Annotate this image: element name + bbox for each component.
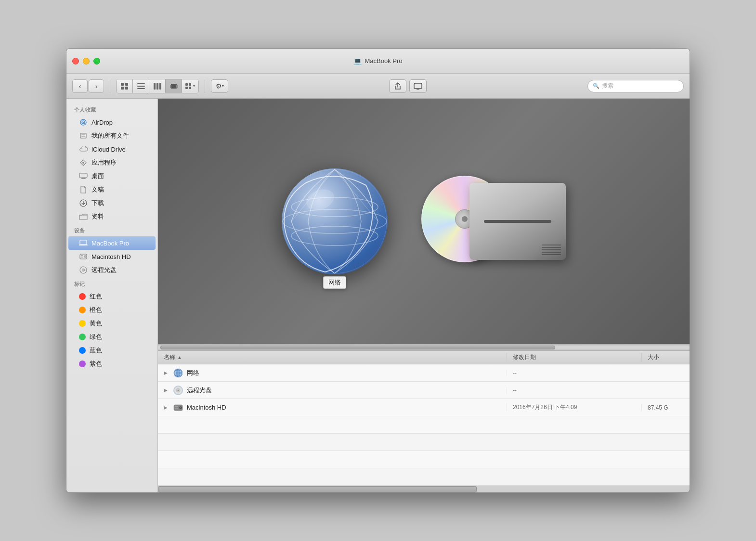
sidebar-section-tags: 标记	[66, 277, 157, 290]
column-name-header[interactable]: 名称 ▲	[158, 353, 507, 361]
network-row-date: --	[507, 370, 641, 376]
sidebar-item-icloud[interactable]: iCloud Drive	[68, 142, 156, 156]
airdrop-label: AirDrop	[91, 119, 113, 126]
sidebar-item-apps[interactable]: 应用程序	[68, 156, 156, 169]
network-file-icon	[173, 368, 183, 378]
macbook-icon	[79, 239, 88, 247]
sidebar-item-macbook[interactable]: MacBook Pro	[68, 236, 156, 250]
search-box[interactable]: 🔍 搜索	[587, 80, 684, 92]
docs-label: 文稿	[91, 185, 104, 194]
bottom-scroll-thumb[interactable]	[158, 486, 477, 492]
content-pane: 网络	[158, 99, 690, 492]
column-size-header[interactable]: 大小	[641, 353, 690, 361]
close-button[interactable]	[72, 58, 79, 64]
desktop-icon	[79, 172, 88, 180]
svg-rect-1	[125, 83, 128, 86]
svg-line-44	[335, 169, 378, 221]
globe-label: 网络	[323, 276, 346, 289]
preview-icons: 网络	[282, 168, 566, 274]
svg-rect-2	[121, 87, 124, 90]
data-folder-icon	[79, 212, 88, 221]
empty-row-2	[158, 434, 690, 451]
tag-purple-dot	[79, 361, 86, 367]
sidebar-item-tag-purple[interactable]: 紫色	[68, 357, 156, 371]
sidebar-item-desktop[interactable]: 桌面	[68, 169, 156, 183]
minimize-button[interactable]	[83, 58, 90, 64]
empty-row-4	[158, 468, 690, 486]
network-row-name: 网络	[187, 369, 199, 377]
drive-slot	[484, 220, 551, 223]
table-row[interactable]: ▶ 远程光盘 --	[158, 382, 690, 399]
sidebar-item-downloads[interactable]: 下载	[68, 196, 156, 210]
share-button[interactable]	[389, 79, 406, 93]
sidebar: 个人收藏 AirDrop	[66, 99, 158, 492]
list-view-button[interactable]	[133, 79, 149, 93]
list-view-icon	[137, 82, 145, 90]
toolbar: ‹ ›	[66, 74, 690, 99]
group-view-icon	[185, 83, 192, 89]
bottom-scrollbar[interactable]	[158, 486, 690, 492]
sidebar-item-airdrop[interactable]: AirDrop	[68, 116, 156, 129]
icloud-label: iCloud Drive	[91, 146, 126, 153]
table-row[interactable]: ▶ 网络 --	[158, 364, 690, 382]
drive-icon	[421, 168, 566, 274]
horizontal-scrollbar[interactable]	[158, 344, 690, 351]
downloads-icon	[79, 199, 88, 207]
sidebar-item-remote-disc[interactable]: 远程光盘	[68, 263, 156, 277]
empty-row-1	[158, 416, 690, 434]
svg-rect-3	[125, 87, 128, 90]
macintosh-hd-row-size: 87.45 G	[641, 404, 690, 411]
svg-rect-25	[79, 173, 87, 178]
expand-toggle-network[interactable]: ▶	[162, 369, 169, 377]
name-column-label: 名称	[164, 353, 175, 361]
group-view-button[interactable]: ▾	[182, 79, 198, 93]
search-placeholder: 搜索	[602, 82, 613, 90]
cover-view-button[interactable]	[166, 79, 182, 93]
table-row[interactable]: ▶ Macintosh HD 2016年7月26日	[158, 399, 690, 416]
sidebar-item-data[interactable]: 资料	[68, 210, 156, 223]
forward-button[interactable]: ›	[89, 79, 104, 93]
globe-container: 网络	[282, 168, 388, 274]
apps-label: 应用程序	[91, 158, 117, 167]
expand-toggle-remote-disc[interactable]: ▶	[162, 386, 169, 394]
svg-point-40	[291, 197, 378, 217]
window-title: 💻 MacBook Pro	[353, 57, 402, 65]
sidebar-item-tag-blue[interactable]: 蓝色	[68, 344, 156, 357]
sidebar-item-tag-green[interactable]: 绿色	[68, 330, 156, 344]
sidebar-section-devices: 设备	[66, 223, 157, 236]
svg-rect-15	[185, 87, 188, 89]
svg-rect-13	[185, 83, 188, 86]
downloads-label: 下载	[91, 199, 104, 207]
column-view-button[interactable]	[149, 79, 166, 93]
macintosh-hd-file-icon	[173, 403, 183, 412]
tag-orange-dot	[79, 307, 86, 313]
expand-toggle-macintosh-hd[interactable]: ▶	[162, 404, 169, 412]
sidebar-item-macintosh-hd[interactable]: Macintosh HD	[68, 250, 156, 263]
back-icon: ‹	[79, 82, 81, 90]
remote-disc-label: 远程光盘	[91, 266, 117, 274]
macintosh-hd-label: Macintosh HD	[91, 253, 131, 260]
svg-rect-11	[170, 85, 171, 88]
back-button[interactable]: ‹	[72, 79, 88, 93]
all-files-icon	[79, 131, 88, 140]
sidebar-item-tag-orange[interactable]: 橙色	[68, 303, 156, 317]
toolbar-separator-1	[110, 79, 110, 93]
sidebar-item-docs[interactable]: 文稿	[68, 183, 156, 196]
screen-button[interactable]	[409, 79, 427, 93]
column-date-header[interactable]: 修改日期	[507, 353, 641, 361]
sidebar-item-tag-red[interactable]: 红色	[68, 290, 156, 303]
sidebar-item-all-files[interactable]: 我的所有文件	[68, 129, 156, 142]
preview-area: 网络	[158, 99, 690, 344]
settings-button[interactable]: ⚙ ▾	[211, 79, 228, 93]
maximize-button[interactable]	[93, 58, 100, 64]
chevron-down-icon-2: ▾	[222, 84, 224, 88]
svg-rect-17	[414, 83, 422, 89]
sidebar-item-tag-yellow[interactable]: 黄色	[68, 317, 156, 330]
tag-green-dot	[79, 334, 86, 340]
date-column-label: 修改日期	[513, 354, 536, 361]
empty-row-3	[158, 451, 690, 468]
svg-rect-18	[417, 89, 419, 90]
svg-rect-7	[154, 83, 156, 90]
icon-view-button[interactable]	[117, 79, 133, 93]
scroll-thumb[interactable]	[160, 346, 555, 349]
